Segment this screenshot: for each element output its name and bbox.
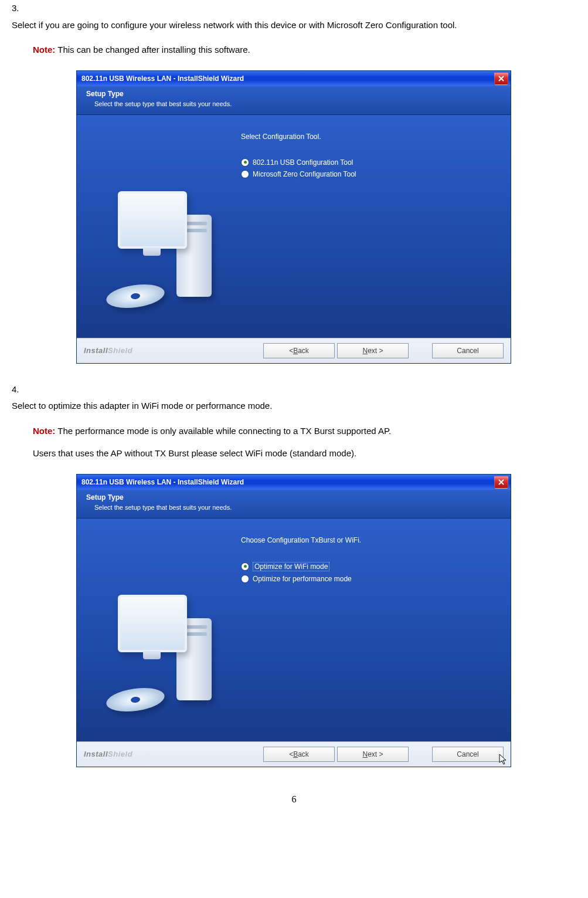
- next-button[interactable]: Next >: [337, 343, 409, 358]
- installshield-brand: InstallShield: [84, 750, 132, 758]
- close-icon[interactable]: [494, 72, 508, 85]
- titlebar: 802.11n USB Wireless LAN - InstallShield…: [77, 475, 511, 490]
- radio-label: Microsoft Zero Configuration Tool: [253, 170, 356, 178]
- window-title: 802.11n USB Wireless LAN - InstallShield…: [81, 74, 244, 83]
- installshield-wizard-2: 802.11n USB Wireless LAN - InstallShield…: [76, 474, 511, 767]
- subtitle-area: Setup Type Select the setup type that be…: [77, 86, 511, 115]
- setup-type-heading: Setup Type: [86, 90, 501, 98]
- step-4-text: Select to optimize this adapter in WiFi …: [12, 398, 563, 415]
- note-label: Note:: [33, 426, 55, 436]
- back-button[interactable]: < Back: [263, 343, 335, 358]
- radio-label: 802.11n USB Configuration Tool: [253, 158, 353, 167]
- setup-type-desc: Select the setup type that best suits yo…: [86, 98, 501, 107]
- txburst-prompt: Choose Configuration TxBurst or WiFi.: [241, 536, 361, 544]
- radio-label: Optimize for performance mode: [253, 575, 352, 583]
- subtitle-area: Setup Type Select the setup type that be…: [77, 490, 511, 519]
- note-4b-text: Users that uses the AP without TX Burst …: [33, 448, 356, 458]
- next-button[interactable]: Next >: [337, 747, 409, 762]
- note-3-text: This can be changed after installing thi…: [57, 45, 250, 55]
- close-icon[interactable]: [494, 476, 508, 489]
- config-tool-prompt: Select Configuration Tool.: [241, 133, 321, 141]
- computer-illustration: [89, 185, 217, 314]
- button-bar: InstallShield < Back Next > Cancel: [77, 338, 511, 363]
- radio-wifi-mode[interactable]: Optimize for WiFi mode: [241, 562, 352, 571]
- installshield-brand: InstallShield: [84, 346, 132, 355]
- radio-label: Optimize for WiFi mode: [253, 562, 329, 571]
- note-label: Note:: [33, 45, 55, 55]
- txburst-radio-group: Optimize for WiFi mode Optimize for perf…: [241, 558, 352, 587]
- step-4-number: 4.: [12, 381, 27, 398]
- page-number: 6: [0, 785, 588, 814]
- note-4a-text: The performance mode is only available w…: [57, 426, 391, 436]
- titlebar: 802.11n USB Wireless LAN - InstallShield…: [77, 71, 511, 86]
- cancel-button[interactable]: Cancel: [432, 343, 504, 358]
- config-tool-radio-group: 802.11n USB Configuration Tool Microsoft…: [241, 155, 356, 182]
- back-button[interactable]: < Back: [263, 747, 335, 762]
- installshield-wizard-1: 802.11n USB Wireless LAN - InstallShield…: [76, 70, 511, 364]
- setup-type-heading: Setup Type: [86, 493, 501, 501]
- mouse-cursor-icon: [499, 754, 507, 765]
- setup-type-desc: Select the setup type that best suits yo…: [86, 501, 501, 511]
- wizard-content: Select Configuration Tool. 802.11n USB C…: [77, 115, 511, 338]
- step-3-number: 3.: [12, 0, 27, 17]
- wizard-content: Choose Configuration TxBurst or WiFi. Op…: [77, 519, 511, 741]
- button-bar: InstallShield < Back Next > Cancel: [77, 741, 511, 767]
- window-title: 802.11n USB Wireless LAN - InstallShield…: [81, 478, 244, 486]
- step-3-text: Select if you are going to configure you…: [12, 17, 563, 34]
- radio-unselected-icon: [241, 575, 249, 583]
- radio-performance-mode[interactable]: Optimize for performance mode: [241, 575, 352, 583]
- radio-selected-icon: [241, 158, 249, 167]
- radio-selected-icon: [241, 562, 249, 571]
- radio-unselected-icon: [241, 170, 249, 178]
- cancel-button[interactable]: Cancel: [432, 747, 504, 762]
- radio-microsoft-zero[interactable]: Microsoft Zero Configuration Tool: [241, 170, 356, 178]
- radio-80211n-tool[interactable]: 802.11n USB Configuration Tool: [241, 158, 356, 167]
- computer-illustration: [89, 589, 217, 718]
